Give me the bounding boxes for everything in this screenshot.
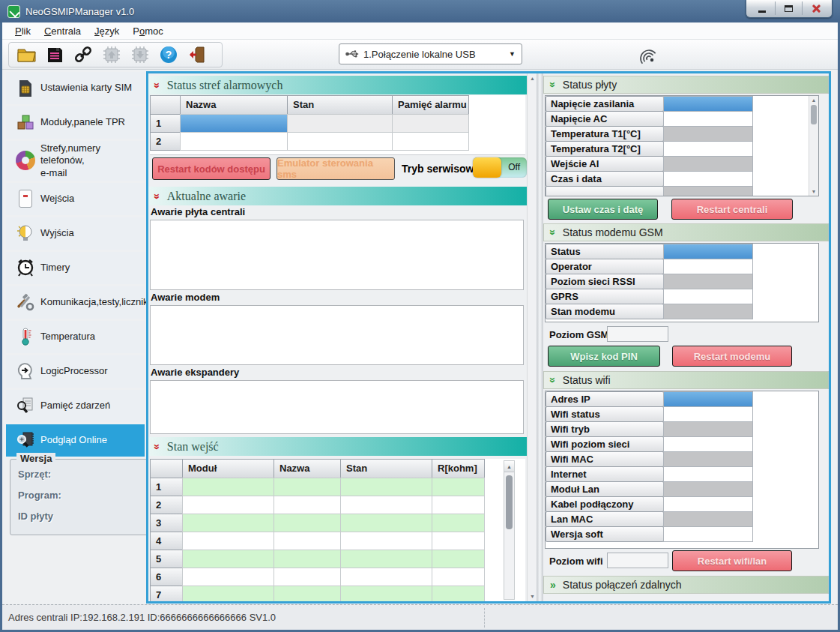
section-header-faults[interactable]: » Aktualne awarie	[148, 187, 527, 205]
cell-pamiec[interactable]	[392, 132, 469, 151]
menu-pomoc[interactable]: Pomoc	[126, 23, 169, 39]
firmware-download-button[interactable]	[126, 43, 154, 66]
row-value[interactable]	[663, 186, 753, 196]
cell-r[interactable]	[432, 532, 485, 550]
cell-stan[interactable]	[287, 132, 393, 151]
cell-nazwa[interactable]	[274, 550, 341, 568]
section-header-board-status[interactable]: » Status płyty	[543, 76, 829, 94]
cell-stan[interactable]	[340, 496, 432, 514]
scroll-down-icon[interactable]: ▼	[809, 189, 818, 194]
menu-plik[interactable]: Plik	[8, 23, 37, 39]
cell-nazwa[interactable]	[274, 514, 341, 532]
cell-nazwa[interactable]	[274, 496, 341, 514]
cell-nazwa[interactable]	[274, 586, 341, 601]
gsm-level-input[interactable]	[607, 326, 668, 342]
sidebar-item-zones[interactable]: Strefy,numery telefonów, e-mail	[6, 141, 145, 181]
row-value[interactable]	[663, 274, 753, 289]
open-file-button[interactable]	[12, 43, 40, 66]
cell-modul[interactable]	[182, 478, 274, 496]
board-table-scrollbar[interactable]: ▲ ▼	[809, 96, 818, 196]
cell-modul[interactable]	[182, 532, 274, 550]
row-value[interactable]	[663, 481, 753, 497]
cell-r[interactable]	[432, 496, 485, 514]
sidebar-item-temperature[interactable]: Temperatura	[6, 321, 145, 353]
scroll-thumb[interactable]	[811, 105, 817, 124]
cell-stan[interactable]	[287, 114, 393, 133]
wifi-level-input[interactable]	[607, 553, 668, 568]
row-value[interactable]	[663, 466, 753, 482]
section-header-inputs-state[interactable]: » Stan wejść	[148, 437, 527, 456]
cell-stan[interactable]	[340, 514, 432, 532]
sidebar-item-outputs[interactable]: Wyjścia	[6, 217, 145, 250]
row-value[interactable]	[663, 436, 753, 452]
cell-stan[interactable]	[340, 586, 432, 601]
row-value[interactable]	[663, 451, 753, 467]
menu-jezyk[interactable]: Język	[88, 23, 126, 39]
row-value[interactable]	[663, 421, 753, 437]
cell-r[interactable]	[432, 550, 485, 568]
cell-modul[interactable]	[182, 568, 274, 586]
scroll-thumb[interactable]	[506, 475, 513, 529]
cell-nazwa[interactable]	[274, 568, 341, 586]
sidebar-item-online-view[interactable]: Podgląd Online	[6, 424, 145, 457]
cell-nazwa[interactable]	[274, 478, 341, 496]
sidebar-item-timers[interactable]: Timery	[6, 252, 145, 284]
exit-button[interactable]	[183, 43, 211, 66]
row-value[interactable]	[663, 289, 753, 304]
connect-button[interactable]	[69, 43, 97, 66]
row-value[interactable]	[663, 391, 753, 407]
row-value[interactable]	[663, 406, 753, 422]
cell-modul[interactable]	[182, 514, 274, 532]
cell-stan[interactable]	[340, 532, 432, 550]
sidebar-item-logicprocessor[interactable]: LogicProcessor	[6, 355, 145, 388]
close-button[interactable]	[803, 1, 830, 15]
restart-modem-button[interactable]: Restart modemu	[672, 346, 792, 367]
row-value[interactable]	[663, 496, 753, 512]
sms-emulator-button[interactable]: Emulator sterowania sms	[277, 157, 395, 180]
minimize-button[interactable]	[749, 1, 776, 15]
cell-stan[interactable]	[340, 568, 432, 586]
row-value[interactable]	[663, 126, 753, 142]
cell-pamiec[interactable]	[392, 114, 469, 133]
firmware-upload-button[interactable]	[97, 43, 126, 66]
save-button[interactable]	[40, 43, 69, 66]
restart-wifi-lan-button[interactable]: Restart wifi/lan	[672, 550, 792, 571]
row-value[interactable]	[663, 171, 753, 187]
section-header-remote-connections[interactable]: » Status połączeń zdalnych	[543, 576, 829, 594]
sidebar-item-communication[interactable]: Komunikacja,testy,liczniki	[6, 286, 145, 319]
maximize-button[interactable]	[776, 1, 803, 15]
row-value[interactable]	[663, 141, 753, 157]
sidebar-item-inputs[interactable]: Wejścia	[6, 183, 145, 215]
row-value[interactable]	[663, 511, 753, 527]
cell-r[interactable]	[432, 514, 485, 532]
cell-modul[interactable]	[182, 586, 274, 601]
row-value[interactable]	[663, 156, 753, 172]
section-header-wifi-status[interactable]: » Status wifi	[543, 371, 829, 389]
cell-r[interactable]	[432, 478, 485, 496]
cell-nazwa[interactable]	[274, 532, 341, 550]
sidebar-item-event-log[interactable]: Pamięć zdarzeń	[6, 390, 145, 422]
center-panel-scrollbar[interactable]: ▲ ▼	[527, 73, 537, 601]
row-value[interactable]	[663, 96, 753, 112]
cell-r[interactable]	[432, 586, 485, 601]
sidebar-item-sim[interactable]: Ustawienia karty SIM	[6, 72, 145, 104]
cell-nazwa[interactable]	[180, 132, 288, 151]
row-value[interactable]	[663, 304, 753, 319]
section-header-gsm-status[interactable]: » Status modemu GSM	[543, 223, 829, 241]
section-header-alarm-zones[interactable]: » Status stref alarmowych	[148, 76, 527, 94]
service-mode-toggle[interactable]: Off	[473, 157, 527, 178]
row-value[interactable]	[663, 111, 753, 127]
panel-splitter[interactable]	[537, 73, 543, 601]
restart-central-button[interactable]: Restart centrali	[671, 199, 793, 220]
help-button[interactable]: ?	[154, 43, 183, 66]
sidebar-item-modules[interactable]: Moduły,panele TPR	[6, 106, 145, 139]
restart-access-codes-button[interactable]: Restart kodów dostępu	[152, 157, 271, 180]
cell-modul[interactable]	[182, 496, 274, 514]
cell-r[interactable]	[432, 568, 485, 586]
row-value[interactable]	[663, 244, 753, 259]
set-time-button[interactable]: Ustaw czas i datę	[548, 199, 658, 220]
cell-modul[interactable]	[182, 550, 274, 568]
menu-centrala[interactable]: Centrala	[37, 23, 88, 39]
row-value[interactable]	[663, 259, 753, 274]
scroll-up-icon[interactable]: ▲	[504, 461, 514, 472]
